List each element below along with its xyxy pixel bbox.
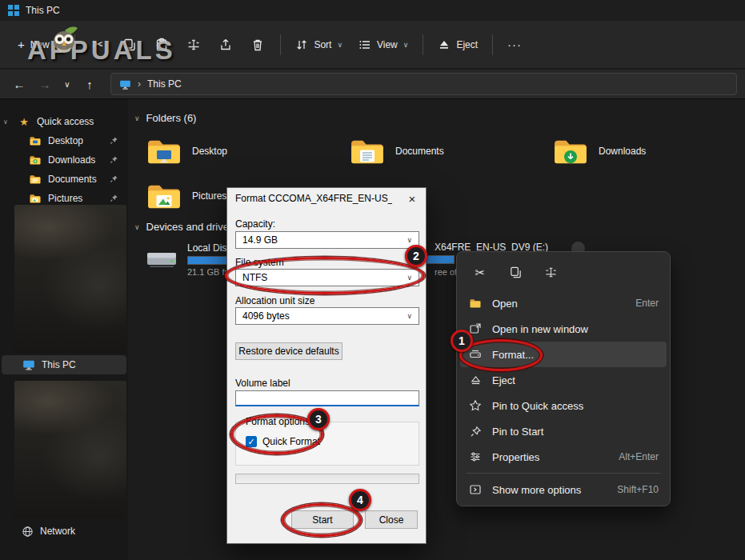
sidebar-item-label: This PC (42, 359, 76, 370)
rename-icon (544, 266, 558, 279)
sidebar-item-network[interactable]: Network (0, 522, 128, 541)
sidebar-item-quick-access[interactable]: ∨ ★ Quick access (0, 112, 128, 131)
chevron-down-icon: ∨ (337, 41, 342, 49)
quick-format-option[interactable]: ✓ Quick Format (246, 436, 320, 447)
see-more-button[interactable]: ··· (499, 33, 530, 56)
new-button[interactable]: + New ∨ (10, 33, 68, 56)
desktop-folder-icon (146, 136, 182, 166)
open-folder-icon (468, 297, 483, 310)
chevron-down-icon: ∨ (64, 80, 70, 89)
folder-tile-desktop[interactable]: Desktop (146, 133, 338, 170)
folder-tile-documents[interactable]: Documents (349, 133, 541, 170)
new-button-label: New (30, 39, 50, 50)
capacity-value: 14.9 GB (242, 234, 278, 246)
sidebar-item-label: Documents (48, 174, 97, 185)
menu-separator (467, 473, 660, 474)
copy-button[interactable] (500, 260, 531, 284)
command-toolbar: + New ∨ ✂ Sort ∨ View (0, 21, 745, 69)
allocation-dropdown[interactable]: 4096 bytes ∨ (235, 307, 419, 325)
paste-button[interactable] (146, 30, 178, 59)
menu-item-open[interactable]: Open Enter (460, 290, 667, 316)
cut-button[interactable]: ✂ (465, 260, 495, 284)
forward-icon: → (39, 78, 51, 91)
dialog-title: Format CCCOMA_X64FRE_EN-US_DV9... (227, 193, 392, 204)
menu-item-eject[interactable]: Eject (460, 367, 667, 393)
copy-icon (509, 266, 523, 279)
capacity-dropdown[interactable]: 14.9 GB ∨ (235, 231, 419, 249)
dialog-title-bar[interactable]: Format CCCOMA_X64FRE_EN-US_DV9... (227, 188, 426, 209)
menu-item-pin-to-start[interactable]: Pin to Start (460, 418, 667, 444)
devices-header-label: Devices and drives (146, 221, 234, 233)
up-button[interactable]: ↑ (78, 74, 101, 94)
up-icon: ↑ (86, 78, 93, 91)
format-dialog: Format CCCOMA_X64FRE_EN-US_DV9... × Capa… (226, 187, 427, 544)
menu-item-pin-quick-access[interactable]: Pin to Quick access (460, 393, 667, 418)
allocation-value: 4096 bytes (242, 310, 290, 322)
eject-toolbar-button[interactable]: Eject (430, 33, 486, 57)
sort-button[interactable]: Sort ∨ (287, 33, 350, 57)
collapse-chevron-icon: ∨ (134, 114, 140, 122)
this-pc-icon (22, 358, 35, 371)
forward-button[interactable]: → (34, 74, 56, 94)
rename-button[interactable] (535, 260, 566, 284)
sidebar-item-this-pc[interactable]: This PC (2, 355, 126, 374)
close-button[interactable]: Close (365, 510, 418, 529)
folder-tile-label: Downloads (599, 146, 646, 157)
documents-folder-icon (349, 136, 386, 166)
documents-folder-icon (29, 173, 42, 186)
volume-label-input[interactable] (235, 390, 419, 406)
pictures-folder-icon (146, 181, 182, 211)
breadcrumb-chevron-icon: › (138, 78, 141, 90)
sidebar-item-documents[interactable]: Documents (0, 170, 128, 189)
blurred-sidebar-region (14, 205, 126, 354)
menu-item-show-more-options[interactable]: Show more options Shift+F10 (460, 477, 667, 502)
format-drive-icon (468, 348, 483, 361)
view-button[interactable]: View ∨ (350, 33, 416, 57)
restore-defaults-button[interactable]: Restore device defaults (235, 342, 342, 360)
allocation-label: Allocation unit size (235, 295, 314, 306)
filesystem-dropdown[interactable]: NTFS ∨ (235, 269, 419, 286)
format-options-group: Format options ✓ Quick Format (235, 422, 419, 466)
chevron-down-icon: ∨ (407, 274, 412, 282)
folders-section-header[interactable]: ∨ Folders (6) (134, 112, 196, 124)
rename-button[interactable] (178, 30, 210, 59)
recent-locations-button[interactable]: ∨ (59, 74, 75, 94)
sidebar-item-desktop[interactable]: Desktop (0, 131, 128, 150)
sort-button-label: Sort (314, 39, 331, 50)
delete-button[interactable] (242, 30, 274, 59)
folder-tile-label: Pictures (192, 190, 226, 202)
format-options-label: Format options (242, 416, 313, 427)
navigation-pane: ∨ ★ Quick access Desktop Downloads Docum… (0, 99, 128, 560)
devices-section-header[interactable]: ∨ Devices and drives (134, 221, 234, 233)
back-button[interactable]: ← (8, 74, 30, 94)
pin-icon (110, 155, 118, 166)
downloads-folder-icon (29, 154, 42, 166)
windows-logo-icon (8, 5, 19, 16)
copy-button[interactable] (114, 30, 146, 59)
quick-format-checkbox[interactable]: ✓ (246, 436, 257, 447)
sidebar-item-downloads[interactable]: Downloads (0, 150, 128, 170)
breadcrumb[interactable]: › This PC (110, 73, 737, 95)
folder-tile-label: Desktop (192, 146, 227, 157)
menu-item-shortcut: Alt+Enter (619, 451, 659, 462)
drive-context-menu: ✂ Open Enter Open in new window (456, 251, 671, 506)
trash-icon (250, 38, 265, 52)
share-button[interactable] (210, 30, 242, 59)
cut-button[interactable]: ✂ (82, 30, 114, 59)
start-button[interactable]: Start (291, 510, 354, 529)
menu-item-open-new-window[interactable]: Open in new window (460, 316, 667, 342)
blurred-sidebar-region (14, 381, 126, 518)
close-button-label: Close (379, 514, 404, 526)
sidebar-item-label: Network (40, 526, 75, 537)
cut-icon: ✂ (93, 38, 103, 51)
folder-tile-downloads[interactable]: Downloads (552, 133, 744, 170)
menu-item-format[interactable]: Format... (460, 342, 667, 367)
collapse-chevron-icon: ∨ (134, 223, 140, 231)
chevron-down-icon: ∨ (407, 312, 412, 320)
eject-icon (468, 374, 483, 386)
new-window-icon (468, 322, 483, 335)
chevron-down-icon: ∨ (407, 236, 412, 244)
downloads-folder-icon (552, 136, 589, 166)
dialog-close-button[interactable]: × (399, 188, 426, 209)
menu-item-properties[interactable]: Properties Alt+Enter (460, 444, 667, 470)
